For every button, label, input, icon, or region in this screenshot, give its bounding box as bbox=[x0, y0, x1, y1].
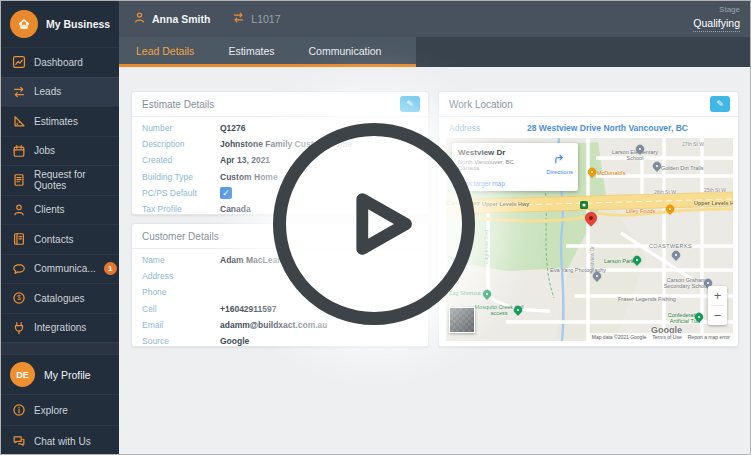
terms-of-use-link[interactable]: Terms of Use bbox=[652, 334, 681, 340]
work-address-link[interactable]: 28 Westview Drive North Vancouver, BC bbox=[527, 123, 688, 133]
sidebar-item-estimates[interactable]: Estimates bbox=[1, 106, 119, 136]
map-zoom-control: + − bbox=[708, 286, 727, 325]
sidebar-item-integrations[interactable]: Integrations bbox=[1, 313, 119, 343]
sidebar-divider bbox=[1, 342, 119, 354]
sidebar-item-label: Estimates bbox=[34, 116, 78, 127]
directions-label: Directions bbox=[546, 169, 573, 175]
field-row-work-address: Address 28 Westview Drive North Vancouve… bbox=[439, 117, 738, 138]
field-value: Apr 13, 2021 bbox=[220, 155, 270, 165]
map-highway-label: Upper Levels Hwy bbox=[482, 201, 529, 207]
sidebar-item-my-profile[interactable]: DE My Profile bbox=[1, 354, 119, 394]
catalogues-dollar-icon: $ bbox=[12, 291, 26, 305]
sidebar-item-communications[interactable]: Communica... 1 bbox=[1, 254, 119, 284]
field-label: PC/PS Default bbox=[142, 188, 220, 198]
tab-communication[interactable]: Communication bbox=[291, 45, 398, 57]
brand[interactable]: My Business bbox=[1, 1, 119, 47]
svg-text:$: $ bbox=[17, 295, 21, 302]
map-place-label: Lilley Foods bbox=[626, 208, 655, 214]
map-info-window: Westview Dr North Vancouver, BC, Canada … bbox=[452, 143, 578, 191]
zoom-in-button[interactable]: + bbox=[708, 286, 727, 305]
field-label: Description bbox=[142, 139, 220, 149]
sidebar-item-label: Catalogues bbox=[34, 293, 85, 304]
leads-icon bbox=[12, 85, 26, 99]
notification-badge: 1 bbox=[104, 262, 117, 275]
sidebar-item-label: Communica... bbox=[34, 263, 96, 274]
sidebar-item-label: Integrations bbox=[34, 322, 86, 333]
map-road-label: Edgemont Blvd bbox=[484, 230, 490, 264]
video-play-button[interactable] bbox=[273, 123, 475, 325]
chat-icon bbox=[12, 434, 26, 448]
explore-info-icon bbox=[12, 403, 26, 417]
sidebar-item-catalogues[interactable]: $ Catalogues bbox=[1, 283, 119, 313]
integrations-plug-icon bbox=[12, 321, 26, 335]
tab-lead-details[interactable]: Lead Details bbox=[119, 45, 211, 57]
field-label: Tax Profile bbox=[142, 204, 220, 214]
card-title: Work Location bbox=[449, 99, 513, 110]
map-place-label: Confederation Artificial Turf bbox=[658, 312, 712, 325]
lead-id: L1017 bbox=[251, 13, 280, 25]
map-road-label: 26th St W bbox=[654, 190, 676, 196]
my-profile-label: My Profile bbox=[44, 369, 91, 381]
field-value: Google bbox=[220, 336, 249, 346]
brand-logo-icon bbox=[10, 10, 38, 38]
field-row-source: Source Google bbox=[132, 333, 428, 349]
map-place-label: COASTWERKS bbox=[649, 243, 692, 249]
edit-work-location-button[interactable]: ✎ bbox=[710, 96, 730, 112]
field-label: Phone bbox=[142, 287, 220, 297]
stage-value-dropdown[interactable]: Qualifying bbox=[693, 17, 740, 32]
field-value: adamm@buildxact.com.au bbox=[220, 320, 327, 330]
pencil-icon: ✎ bbox=[406, 99, 414, 109]
map-place-label: Golden Dirt Trails bbox=[661, 165, 704, 171]
edit-estimate-button[interactable]: ✎ bbox=[400, 96, 420, 112]
map-place-label: Fraser Legends Fishing bbox=[618, 296, 676, 302]
zoom-out-button[interactable]: − bbox=[708, 306, 727, 325]
field-label: Created bbox=[142, 155, 220, 165]
pencil-icon: ✎ bbox=[716, 99, 724, 109]
map-attribution: Map data ©2021 Google Terms of Use Repor… bbox=[589, 333, 733, 341]
sidebar-item-label: Dashboard bbox=[34, 57, 83, 68]
report-map-error-link[interactable]: Report a map error bbox=[688, 334, 730, 340]
field-label: Name bbox=[142, 255, 220, 265]
card-title: Customer Details bbox=[142, 231, 219, 242]
sidebar-item-contacts[interactable]: Contacts bbox=[1, 224, 119, 254]
play-icon bbox=[321, 165, 439, 283]
sidebar-item-label: Jobs bbox=[34, 145, 55, 156]
card-title: Estimate Details bbox=[142, 99, 214, 110]
stage-box: Stage Qualifying bbox=[693, 5, 740, 32]
lead-swap-icon bbox=[232, 10, 245, 28]
directions-button[interactable]: Directions bbox=[546, 150, 573, 175]
sidebar-item-label: Request for Quotes bbox=[34, 169, 119, 191]
map-place-label: Larson Elementary School bbox=[608, 149, 662, 162]
tab-estimates[interactable]: Estimates bbox=[211, 45, 291, 57]
communications-bubble-icon bbox=[12, 262, 26, 276]
contacts-book-icon bbox=[12, 232, 26, 246]
sidebar-item-clients[interactable]: Clients bbox=[1, 195, 119, 225]
sidebar-item-request-for-quotes[interactable]: Request for Quotes bbox=[1, 165, 119, 195]
info-window-subtitle: North Vancouver, BC, Canada bbox=[458, 159, 538, 171]
sidebar-item-chat-with-us[interactable]: Chat with Us bbox=[1, 425, 119, 455]
tab-container: Lead Details Estimates Communication bbox=[119, 37, 416, 67]
map-highway-label: Upper Levels Hwy bbox=[694, 200, 733, 206]
sidebar-item-dashboard[interactable]: Dashboard bbox=[1, 47, 119, 77]
sidebar: My Business Dashboard Leads Estimates Jo… bbox=[1, 1, 119, 454]
pcps-default-checkbox[interactable]: ✓ bbox=[220, 187, 232, 199]
clients-icon bbox=[12, 203, 26, 217]
dashboard-icon bbox=[12, 55, 26, 69]
jobs-calendar-icon bbox=[12, 144, 26, 158]
sidebar-item-label: Clients bbox=[34, 204, 65, 215]
map-road-label: 25th St W bbox=[704, 188, 726, 194]
map-road-label: 27th St W bbox=[682, 142, 704, 148]
contact-name[interactable]: Anna Smith bbox=[152, 13, 210, 25]
map-place-label: Zag Shortcut bbox=[449, 290, 481, 296]
field-label: Address bbox=[449, 123, 527, 133]
sidebar-item-leads[interactable]: Leads bbox=[1, 77, 119, 107]
map-place-label: Larson Park bbox=[604, 258, 634, 264]
field-value: Q1276 bbox=[220, 123, 246, 133]
sidebar-item-label: Contacts bbox=[34, 234, 73, 245]
street-view-thumbnail[interactable] bbox=[449, 307, 475, 333]
field-label: Source bbox=[142, 336, 220, 346]
sidebar-item-label: Explore bbox=[34, 405, 68, 416]
sidebar-item-explore[interactable]: Explore bbox=[1, 394, 119, 425]
google-map[interactable]: 27th St W 26th St W 25th St W Upper Leve… bbox=[446, 138, 733, 341]
sidebar-item-jobs[interactable]: Jobs bbox=[1, 136, 119, 166]
